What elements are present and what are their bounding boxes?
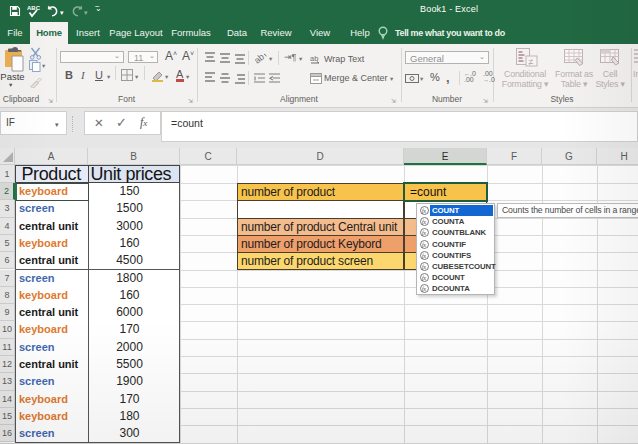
svg-text:fx: fx (422, 264, 427, 270)
svg-text:fx: fx (422, 286, 427, 292)
svg-text:fx: fx (422, 275, 427, 281)
svg-text:fx: fx (422, 252, 427, 258)
svg-text:≠: ≠ (529, 57, 534, 67)
svg-text:ABC: ABC (27, 5, 40, 11)
svg-text:fx: fx (422, 241, 427, 247)
svg-text:fx: fx (422, 219, 427, 225)
svg-text:fx: fx (422, 208, 427, 214)
svg-text:fx: fx (422, 230, 427, 236)
